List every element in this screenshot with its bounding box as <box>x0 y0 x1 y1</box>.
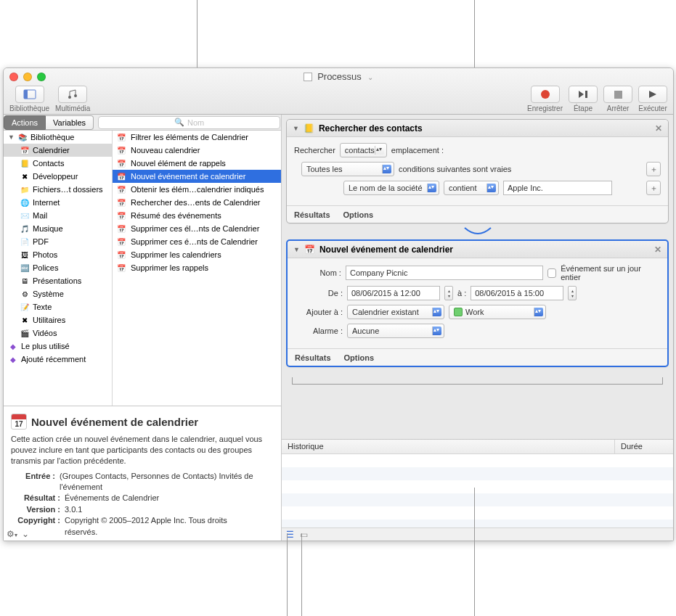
action-row[interactable]: 📅Rechercher des…ents de Calendrier <box>113 196 281 209</box>
tree-item-internet[interactable]: 🌐Internet <box>4 196 112 209</box>
toolbar: Bibliothèque Multimédia Enregistrer Étap… <box>4 86 673 114</box>
info-result: Événements de Calendrier <box>65 493 159 504</box>
titlebar: Processus ⌄ Bibliothèque Multimédia Enre… <box>4 68 673 115</box>
to-date-field[interactable]: 08/06/2015 à 15:00 <box>471 286 563 300</box>
find-label: Rechercher <box>294 146 335 155</box>
calendar-popup[interactable]: Work▴▾ <box>449 305 546 319</box>
main-split: Actions Variables 🔍 Nom ▼📚Bibliothèque 📅… <box>4 115 673 541</box>
search-icon: 🔍 <box>174 118 184 127</box>
from-stepper[interactable]: ▴▾ <box>444 286 453 300</box>
toolbar-step-label: Étape <box>574 104 592 112</box>
collapse-icon[interactable]: ⌄ <box>22 529 29 539</box>
log-col-duration[interactable]: Durée <box>615 440 673 453</box>
to-stepper[interactable]: ▴▾ <box>568 286 577 300</box>
action-row[interactable]: 📅Résumé des événements <box>113 209 281 222</box>
action-row[interactable]: 📅Nouveau calendrier <box>113 144 281 157</box>
add-condition-button[interactable]: ＋ <box>646 181 661 195</box>
card-title: Rechercher des contacts <box>319 123 423 134</box>
info-entry-label: Entrée : <box>11 471 55 493</box>
tree-item-dev[interactable]: ✖︎Développeur <box>4 170 112 183</box>
operator-popup[interactable]: contient▴▾ <box>444 181 499 195</box>
options-button[interactable]: Options <box>343 210 374 219</box>
action-row[interactable]: 📅Obtenir les élém…calendrier indiqués <box>113 183 281 196</box>
library-tree[interactable]: ▼📚Bibliothèque 📅Calendrier 📒Contacts ✖︎D… <box>4 131 113 406</box>
tree-item-files[interactable]: 📁Fichiers…t dossiers <box>4 183 112 196</box>
action-list[interactable]: 📅Filtrer les éléments de Calendrier 📅Nou… <box>113 131 281 406</box>
tree-recent[interactable]: ◆Ajouté récemment <box>4 353 112 366</box>
log-col-history[interactable]: Historique <box>282 440 615 453</box>
toolbar-record[interactable]: Enregistrer <box>527 86 563 112</box>
value-field[interactable]: Apple Inc. <box>503 181 612 195</box>
info-version-label: Version : <box>11 504 60 515</box>
allday-checkbox[interactable] <box>547 268 557 278</box>
scope-popup[interactable]: Toutes les▴▾ <box>301 162 394 176</box>
tree-most-used[interactable]: ◆Le plus utilisé <box>4 340 112 353</box>
location-label: emplacement : <box>391 146 444 155</box>
disclosure-icon[interactable]: ▼ <box>293 246 300 253</box>
action-row[interactable]: 📅Supprimer les rappels <box>113 261 281 274</box>
action-row[interactable]: 📅Supprimer les calendriers <box>113 248 281 261</box>
action-row[interactable]: 📅Supprimer ces él…nts de Calendrier <box>113 222 281 235</box>
tree-root[interactable]: ▼📚Bibliothèque <box>4 131 112 144</box>
callout-line <box>197 0 197 67</box>
tab-variables[interactable]: Variables <box>46 115 94 130</box>
addto-popup[interactable]: Calendrier existant▴▾ <box>347 305 444 319</box>
tab-actions[interactable]: Actions <box>4 115 46 130</box>
toolbar-library-label: Bibliothèque <box>9 104 49 112</box>
tree-item-system[interactable]: ⚙︎Système <box>4 287 112 300</box>
close-icon[interactable]: ✕ <box>654 245 661 255</box>
callout-line <box>301 533 302 616</box>
action-row[interactable]: 📅Nouvel élément de rappels <box>113 157 281 170</box>
calendar-icon: 17 <box>11 414 27 430</box>
action-row-selected[interactable]: 📅Nouvel événement de calendrier <box>113 170 281 183</box>
action-row[interactable]: 📅Filtrer les éléments de Calendrier <box>113 131 281 144</box>
tree-item-text[interactable]: 📝Texte <box>4 300 112 313</box>
alarm-label: Alarme : <box>295 327 343 335</box>
from-label: De : <box>295 289 343 297</box>
event-name-field[interactable]: Company Picnic <box>346 266 543 280</box>
results-button[interactable]: Résultats <box>294 210 330 219</box>
results-button[interactable]: Résultats <box>295 353 331 362</box>
toolbar-stop[interactable]: Arrêter <box>603 86 632 112</box>
workflow-canvas[interactable]: ▼ 📒 Rechercher des contacts ✕ Rechercher… <box>282 115 673 439</box>
find-target-popup[interactable]: contacts▴▾ <box>340 143 387 157</box>
workflow-pane: ▼ 📒 Rechercher des contacts ✕ Rechercher… <box>282 115 673 541</box>
tree-item-fonts[interactable]: 🔤Polices <box>4 261 112 274</box>
tree-item-music[interactable]: 🎵Musique <box>4 222 112 235</box>
tree-item-mail[interactable]: ✉️Mail <box>4 209 112 222</box>
log-rows <box>282 454 673 527</box>
close-icon[interactable]: ✕ <box>655 123 662 134</box>
toolbar-step[interactable]: Étape <box>569 86 598 112</box>
toolbar-run[interactable]: Exécuter <box>638 86 667 112</box>
tree-item-calendrier[interactable]: 📅Calendrier <box>4 144 112 157</box>
toolbar-media[interactable]: Multimédia <box>55 86 90 112</box>
tree-item-presentations[interactable]: 🖥Présentations <box>4 274 112 287</box>
info-version: 3.0.1 <box>65 504 82 515</box>
disclosure-icon[interactable]: ▼ <box>293 125 299 132</box>
action-card-contacts[interactable]: ▼ 📒 Rechercher des contacts ✕ Rechercher… <box>286 119 669 223</box>
search-input[interactable]: 🔍 Nom <box>98 116 280 129</box>
tree-item-photos[interactable]: 🖼Photos <box>4 248 112 261</box>
svg-point-3 <box>74 94 77 97</box>
info-entry: (Groupes Contacts, Personnes de Contacts… <box>60 471 274 493</box>
svg-rect-1 <box>24 90 28 99</box>
tree-item-videos[interactable]: 🎬Vidéos <box>4 327 112 340</box>
tree-item-pdf[interactable]: 📄PDF <box>4 235 112 248</box>
tree-item-utils[interactable]: ✖︎Utilitaires <box>4 313 112 327</box>
chevron-down-icon[interactable]: ⌄ <box>367 73 373 81</box>
field-popup[interactable]: Le nom de la société▴▾ <box>343 181 439 195</box>
action-card-event[interactable]: ▼ 📅 Nouvel événement de calendrier ✕ Nom… <box>286 239 669 367</box>
options-button[interactable]: Options <box>344 353 375 362</box>
gear-icon[interactable]: ⚙︎▾ <box>7 529 17 539</box>
library-pane: Actions Variables 🔍 Nom ▼📚Bibliothèque 📅… <box>4 115 282 541</box>
action-row[interactable]: 📅Supprimer ces é…nts de Calendrier <box>113 235 281 248</box>
tree-item-contacts[interactable]: 📒Contacts <box>4 157 112 170</box>
svg-point-2 <box>68 96 71 99</box>
info-copyright: Copyright © 2005–2012 Apple Inc. Tous dr… <box>65 515 246 538</box>
alarm-popup[interactable]: Aucune▴▾ <box>347 324 444 338</box>
library-tabs: Actions Variables 🔍 Nom <box>4 115 281 131</box>
add-rule-button[interactable]: ＋ <box>646 162 661 176</box>
search-placeholder: Nom <box>187 118 204 127</box>
from-date-field[interactable]: 08/06/2015 à 12:00 <box>347 286 440 300</box>
toolbar-library[interactable]: Bibliothèque <box>9 86 49 112</box>
